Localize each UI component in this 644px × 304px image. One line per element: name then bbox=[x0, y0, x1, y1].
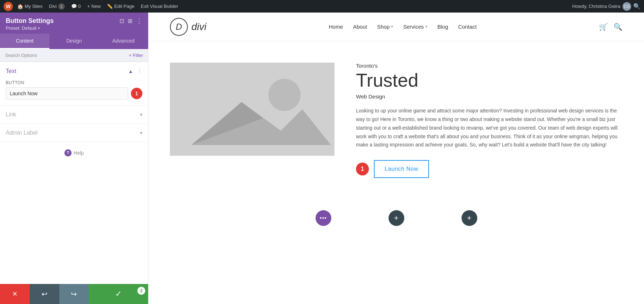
dots-icon: ••• bbox=[320, 215, 327, 221]
left-panel: Button Settings ⊡ ⊞ ⋮ Preset: Default ▾ … bbox=[0, 13, 148, 304]
nav-shop[interactable]: Shop ▾ bbox=[377, 24, 393, 30]
button-text-input[interactable] bbox=[6, 87, 128, 100]
logo-name: divi bbox=[191, 21, 206, 33]
button-field-label: Button bbox=[6, 80, 142, 85]
hero-text-content: Toronto's Trusted Web Design Looking to … bbox=[356, 63, 623, 178]
preview-area: D divi Home About Shop ▾ Services ▾ bbox=[148, 13, 644, 304]
site-nav-links: Home About Shop ▾ Services ▾ Blog Contac bbox=[329, 24, 477, 30]
edit-page-label: Edit Page bbox=[114, 4, 134, 9]
search-nav-icon[interactable]: 🔍 bbox=[614, 23, 623, 31]
logo-circle: D bbox=[170, 18, 188, 36]
nav-contact[interactable]: Contact bbox=[458, 24, 477, 30]
new-menu[interactable]: + New bbox=[85, 0, 103, 13]
add-section-button-2[interactable]: + bbox=[462, 210, 477, 226]
svg-point-1 bbox=[268, 79, 301, 111]
bottom-bar: ✕ ↩ ↪ ✓ 2 bbox=[0, 284, 148, 304]
section-text: Text ▲ ⋮ Button 1 bbox=[0, 62, 148, 106]
panel-header: Button Settings ⊡ ⊞ ⋮ Preset: Default ▾ bbox=[0, 13, 148, 34]
add-section-button-1[interactable]: + bbox=[389, 210, 404, 226]
pencil-icon: ✏️ bbox=[107, 4, 113, 9]
section-admin-label-title: Admin Label bbox=[6, 130, 38, 136]
filter-label: + Filter bbox=[129, 53, 143, 58]
my-sites-label: My Sites bbox=[25, 4, 43, 9]
section-text-chevron: ▲ bbox=[128, 68, 133, 74]
hero-subtitle: Toronto's bbox=[356, 63, 623, 69]
page-content: Toronto's Trusted Web Design Looking to … bbox=[148, 41, 644, 199]
launch-now-button[interactable]: Launch Now bbox=[374, 160, 429, 178]
divi-label: Divi bbox=[49, 4, 57, 9]
howdy-text: Howdy, Christina Gwira bbox=[572, 4, 620, 9]
nav-icons: 🛒 🔍 bbox=[599, 23, 623, 31]
shop-dropdown-arrow: ▾ bbox=[391, 24, 393, 29]
launch-btn-badge: 1 bbox=[356, 163, 369, 175]
add-section-row: ••• + + bbox=[148, 199, 644, 233]
hero-sub2: Web Design bbox=[356, 93, 623, 100]
section-text-title: Text bbox=[6, 68, 16, 74]
wp-logo-icon[interactable]: W bbox=[4, 2, 13, 11]
hero-image bbox=[170, 63, 335, 156]
panel-more-icon[interactable]: ⋮ bbox=[136, 17, 142, 25]
preset-caret: ▾ bbox=[38, 26, 40, 30]
section-options-button[interactable]: ••• bbox=[316, 210, 331, 226]
plus-icon-2: + bbox=[467, 213, 472, 223]
save-badge: 2 bbox=[137, 287, 145, 295]
panel-preset[interactable]: Preset: Default ▾ bbox=[6, 25, 142, 31]
filter-button[interactable]: + Filter bbox=[129, 53, 143, 58]
site-nav: D divi Home About Shop ▾ Services ▾ bbox=[148, 13, 644, 41]
panel-tabs: Content Design Advanced bbox=[0, 34, 148, 49]
site-logo: D divi bbox=[170, 18, 206, 36]
panel-title: Button Settings bbox=[6, 17, 54, 25]
panel-resize-icon[interactable]: ⊡ bbox=[119, 18, 124, 24]
redo-button[interactable]: ↪ bbox=[59, 284, 89, 304]
hero-heading: Trusted bbox=[356, 70, 623, 91]
nav-home[interactable]: Home bbox=[329, 24, 343, 30]
undo-button[interactable]: ↩ bbox=[30, 284, 59, 304]
button-field-row: 1 bbox=[6, 87, 142, 100]
button-badge-1: 1 bbox=[131, 88, 142, 99]
tab-design[interactable]: Design bbox=[49, 34, 99, 49]
services-dropdown-arrow: ▾ bbox=[425, 24, 428, 29]
my-sites-menu[interactable]: 🏠 My Sites bbox=[15, 0, 45, 13]
panel-split-icon[interactable]: ⊞ bbox=[128, 18, 132, 24]
main-layout: Button Settings ⊡ ⊞ ⋮ Preset: Default ▾ … bbox=[0, 13, 644, 304]
undo-icon: ↩ bbox=[42, 290, 48, 298]
help-label: Help bbox=[74, 150, 84, 156]
search-options-text: Search Options bbox=[5, 53, 37, 58]
tab-content[interactable]: Content bbox=[0, 34, 49, 49]
cancel-icon: ✕ bbox=[12, 290, 18, 298]
edit-page-btn[interactable]: ✏️ Edit Page bbox=[105, 0, 136, 13]
comment-icon: 💬 bbox=[71, 4, 77, 9]
section-text-dots[interactable]: ⋮ bbox=[137, 68, 142, 74]
hero-body: Looking to up your online game and attra… bbox=[356, 107, 623, 149]
wp-admin-bar: W 🏠 My Sites Divi 1 💬 0 + New ✏️ Edit Pa… bbox=[0, 0, 644, 13]
help-row[interactable]: ? Help bbox=[0, 142, 148, 164]
launch-button-wrapper: 1 Launch Now bbox=[356, 160, 623, 178]
plus-icon: + bbox=[87, 4, 90, 9]
section-link-chevron: ▾ bbox=[140, 112, 142, 117]
user-menu[interactable]: Howdy, Christina Gwira CG 🔍 bbox=[572, 2, 640, 11]
exit-label: Exit Visual Builder bbox=[141, 4, 179, 9]
nav-about[interactable]: About bbox=[353, 24, 367, 30]
divi-menu[interactable]: Divi 1 bbox=[47, 0, 67, 13]
section-admin-label-header[interactable]: Admin Label ▾ bbox=[0, 124, 148, 142]
exit-builder-btn[interactable]: Exit Visual Builder bbox=[139, 0, 181, 13]
section-link-title: Link bbox=[6, 111, 16, 118]
plus-icon-1: + bbox=[394, 213, 399, 223]
redo-icon: ↪ bbox=[71, 290, 77, 298]
cart-icon[interactable]: 🛒 bbox=[599, 23, 608, 31]
save-button[interactable]: ✓ 2 bbox=[89, 284, 148, 304]
house-icon: 🏠 bbox=[17, 4, 23, 9]
preset-text: Preset: Default bbox=[6, 25, 36, 31]
search-icon[interactable]: 🔍 bbox=[633, 3, 640, 10]
logo-letter: D bbox=[176, 22, 182, 32]
section-text-content: Button 1 bbox=[0, 80, 148, 105]
nav-blog[interactable]: Blog bbox=[438, 24, 448, 30]
new-label: New bbox=[91, 4, 101, 9]
tab-advanced[interactable]: Advanced bbox=[99, 34, 148, 49]
cancel-button[interactable]: ✕ bbox=[0, 284, 30, 304]
nav-services[interactable]: Services ▾ bbox=[403, 24, 428, 30]
comments-menu[interactable]: 💬 0 bbox=[69, 0, 83, 13]
section-link-header[interactable]: Link ▾ bbox=[0, 106, 148, 124]
search-options-bar: Search Options + Filter bbox=[0, 49, 148, 62]
section-text-header[interactable]: Text ▲ ⋮ bbox=[0, 62, 148, 80]
